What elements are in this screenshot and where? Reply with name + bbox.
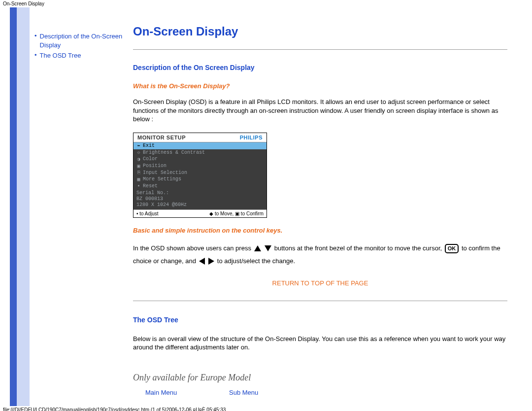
divider — [133, 301, 507, 301]
osd-menu-input: ⎘Input Selection — [133, 170, 266, 176]
page-title: On-Screen Display — [133, 25, 507, 38]
divider — [133, 49, 507, 50]
osd-menu-position: ▣Position — [133, 163, 266, 170]
instr-text-4: to adjust/select the change. — [217, 257, 295, 265]
sidebar-link-description[interactable]: Description of the On-Screen Display — [40, 32, 123, 49]
description-paragraph: On-Screen Display (OSD) is a feature in … — [133, 98, 507, 124]
arrow-right-icon — [208, 257, 215, 265]
input-icon: ⎘ — [136, 170, 141, 175]
sidebar-item-osd-tree[interactable]: • The OSD Tree — [34, 51, 123, 60]
left-stripe-dark — [10, 7, 17, 406]
europe-model-note: Only available for Europe Model — [133, 373, 507, 383]
instr-text-1: In the OSD shown above users can press — [133, 244, 251, 252]
svg-marker-0 — [254, 245, 261, 251]
osd-panel: MONITOR SETUP PHILIPS ⬅Exit ☼Brightness … — [133, 133, 267, 218]
arrow-up-icon — [254, 245, 262, 252]
more-icon: ▩ — [136, 176, 141, 182]
osd-serial-block: Serial No.: BZ 000813 1280 X 1024 @60Hz — [133, 189, 266, 209]
svg-marker-3 — [208, 258, 214, 265]
sidebar-item-description[interactable]: • Description of the On-Screen Display — [34, 32, 123, 49]
osd-serial-value: BZ 000813 — [136, 196, 264, 202]
osd-footer: • to Adjust ◆ to Move, ▣ to Confirm — [133, 209, 266, 217]
sidebar-nav: • Description of the On-Screen Display •… — [30, 7, 128, 406]
osd-header: MONITOR SETUP PHILIPS — [133, 133, 266, 142]
osd-menu-reset: ▪Reset — [133, 183, 266, 189]
main-content: On-Screen Display Description of the On … — [128, 7, 522, 406]
osd-tree-paragraph: Below is an overall view of the structur… — [133, 335, 507, 352]
osd-footer-right: ◆ to Move, ▣ to Confirm — [209, 211, 264, 216]
osd-serial-label: Serial No.: — [136, 190, 264, 196]
osd-brand: PHILIPS — [240, 135, 263, 140]
osd-menu-more: ▩More Settings — [133, 176, 266, 183]
color-icon: ◑ — [136, 156, 141, 162]
arrow-left-icon: ⬅ — [136, 143, 141, 149]
menu-headers-row: Main Menu Sub Menu — [133, 389, 507, 396]
question-heading: What is the On-Screen Display? — [133, 82, 507, 90]
arrow-down-icon — [264, 245, 272, 252]
page-header-path: On-Screen Display — [0, 0, 532, 7]
osd-menu-brightness: ☼Brightness & Contrast — [133, 149, 266, 156]
instruction-heading: Basic and simple instruction on the cont… — [133, 227, 507, 234]
section-heading-osd-tree: The OSD Tree — [133, 316, 507, 324]
osd-footer-left: • to Adjust — [136, 211, 159, 216]
page-footer-path: file:///D|/EDFU/LCD/190C7/manual/english… — [0, 406, 532, 411]
ok-button-icon: OK — [445, 244, 459, 253]
arrow-left-icon — [199, 257, 205, 265]
position-icon: ▣ — [136, 163, 141, 169]
sidebar-link-osd-tree[interactable]: The OSD Tree — [40, 51, 81, 60]
osd-header-title: MONITOR SETUP — [137, 135, 186, 140]
main-menu-header: Main Menu — [133, 389, 229, 396]
osd-resolution: 1280 X 1024 @60Hz — [136, 202, 264, 208]
left-stripe-light — [17, 7, 30, 406]
osd-menu-color: ◑Color — [133, 156, 266, 163]
page-layout: • Description of the On-Screen Display •… — [10, 7, 522, 406]
bullet-icon: • — [34, 51, 37, 60]
bullet-icon: • — [34, 32, 37, 40]
svg-marker-1 — [265, 245, 271, 251]
instruction-paragraph: In the OSD shown above users can press b… — [133, 242, 507, 268]
reset-icon: ▪ — [136, 183, 141, 189]
svg-marker-2 — [199, 258, 205, 265]
sun-icon: ☼ — [136, 150, 141, 155]
section-heading-description: Description of the On Screen Display — [133, 64, 507, 71]
instr-text-2: buttons at the front bezel of the monito… — [274, 244, 442, 252]
osd-menu: ⬅Exit ☼Brightness & Contrast ◑Color ▣Pos… — [133, 142, 266, 189]
return-to-top-link[interactable]: RETURN TO TOP OF THE PAGE — [272, 279, 368, 287]
return-to-top[interactable]: RETURN TO TOP OF THE PAGE — [133, 279, 507, 287]
sub-menu-header: Sub Menu — [229, 389, 258, 396]
osd-menu-exit: ⬅Exit — [133, 142, 266, 149]
